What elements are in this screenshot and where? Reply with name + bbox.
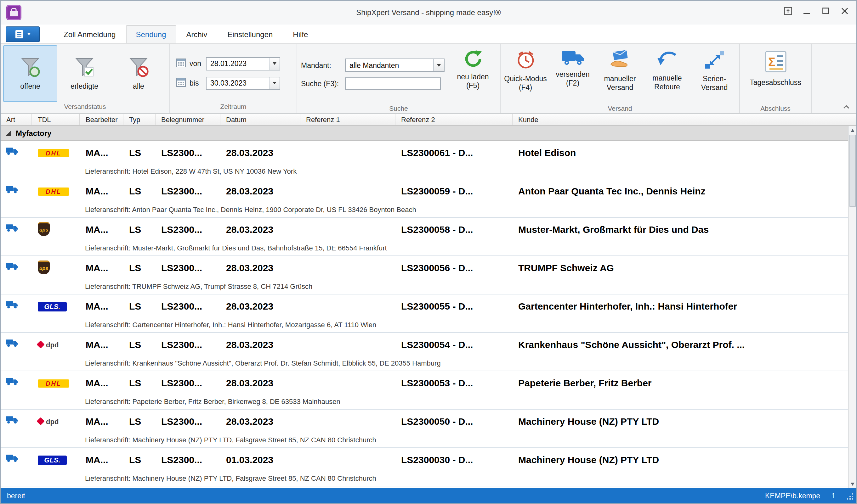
- bis-date-value: 30.03.2023: [210, 79, 247, 87]
- scroll-down-button[interactable]: [849, 480, 856, 488]
- shipment-truck-icon: [6, 146, 18, 155]
- belegnummer-cell: LS2300...: [155, 147, 220, 158]
- shipment-row[interactable]: dpd MA... LS LS2300... 28.03.2023 LS2300…: [1, 333, 848, 371]
- quick-modus-button[interactable]: Quick-Modus(F4): [502, 44, 549, 104]
- scrollbar-thumb[interactable]: [850, 135, 856, 207]
- shipment-row[interactable]: DHL MA... LS LS2300... 28.03.2023 LS2300…: [1, 141, 848, 179]
- shipment-row[interactable]: ups MA... LS LS2300... 28.03.2023 LS2300…: [1, 256, 848, 294]
- list-icon: [15, 29, 24, 39]
- datum-cell: 28.03.2023: [220, 377, 300, 388]
- shipment-row[interactable]: GLS. MA... LS LS2300... 28.03.2023 LS230…: [1, 294, 848, 333]
- datum-cell: 28.03.2023: [220, 300, 300, 311]
- kunde-cell: Machinery House (NZ) PTY LTD: [512, 454, 848, 465]
- calendar-icon: [176, 77, 186, 89]
- column-header-belegnummer[interactable]: Belegnummer: [155, 114, 220, 125]
- datum-cell: 28.03.2023: [220, 147, 300, 158]
- column-header-referenz1[interactable]: Referenz 1: [300, 114, 396, 125]
- bearbeiter-cell: MA...: [80, 147, 123, 158]
- filter-erledigte-button[interactable]: erledigte: [57, 45, 112, 102]
- suche-input[interactable]: [345, 77, 441, 90]
- von-date-dropdown-button[interactable]: [269, 57, 280, 70]
- bearbeiter-cell: MA...: [80, 377, 123, 388]
- app-logo-icon[interactable]: [6, 5, 21, 20]
- von-date-input[interactable]: 28.01.2023: [206, 57, 280, 70]
- shipment-row[interactable]: DHL MA... LS LS2300... 28.03.2023 LS2300…: [1, 371, 848, 410]
- kunde-cell: Anton Paar Quanta Tec Inc., Dennis Heinz: [512, 185, 848, 196]
- column-header-art[interactable]: Art: [1, 114, 32, 125]
- bis-date-dropdown-button[interactable]: [269, 77, 280, 89]
- kunde-cell: TRUMPF Schweiz AG: [512, 262, 848, 273]
- ribbon-pin-button[interactable]: [778, 2, 797, 19]
- ribbon-collapse-button[interactable]: [841, 103, 851, 111]
- tagesabschluss-button[interactable]: Σ Tagesabschluss: [743, 44, 808, 104]
- belegnummer-cell: LS2300...: [155, 416, 220, 426]
- column-header-kunde[interactable]: Kunde: [512, 114, 856, 125]
- dhl-logo: DHL: [38, 149, 69, 157]
- bis-date-input[interactable]: 30.03.2023: [206, 76, 280, 90]
- mandant-select[interactable]: alle Mandanten: [345, 58, 444, 72]
- mandant-label: Mandant:: [301, 62, 341, 69]
- referenz2-cell: LS2300053 - D...: [396, 377, 512, 388]
- bearbeiter-cell: MA...: [80, 224, 123, 234]
- tdl-cell: GLS.: [32, 300, 80, 311]
- filter-alle-button[interactable]: alle: [112, 45, 166, 102]
- belegnummer-cell: LS2300...: [155, 339, 220, 349]
- group-row-myfactory[interactable]: Myfactory: [1, 126, 848, 141]
- column-header-typ[interactable]: Typ: [123, 114, 155, 125]
- minimize-icon: [803, 7, 810, 14]
- versenden-button[interactable]: versenden(F2): [549, 44, 596, 104]
- group-label-suche: Suche: [297, 104, 500, 113]
- art-cell: [1, 454, 32, 465]
- typ-cell: LS: [123, 454, 155, 465]
- art-cell: [1, 185, 32, 196]
- filter-offene-button[interactable]: offene: [3, 45, 57, 102]
- svg-text:Σ: Σ: [768, 55, 775, 69]
- mandant-dropdown-button[interactable]: [433, 59, 444, 71]
- chevron-down-icon: [437, 64, 441, 66]
- shipment-truck-icon: [6, 300, 18, 309]
- tab-hilfe[interactable]: Hilfe: [283, 25, 318, 44]
- tab-zoll-anmeldung[interactable]: Zoll Anmeldung: [53, 25, 125, 44]
- referenz2-cell: LS2300058 - D...: [396, 224, 512, 234]
- column-header-referenz2[interactable]: Referenz 2: [396, 114, 512, 125]
- neu-laden-button[interactable]: neu laden (F5): [450, 44, 496, 104]
- scrollbar-track[interactable]: [849, 207, 856, 480]
- tab-archiv[interactable]: Archiv: [176, 25, 218, 44]
- column-header-datum[interactable]: Datum: [220, 114, 300, 125]
- tagesabschluss-label: Tagesabschluss: [750, 79, 801, 87]
- summary-list-icon: Σ: [763, 49, 788, 77]
- datum-cell: 28.03.2023: [220, 416, 300, 426]
- lieferanschrift: Lieferanschrift: Muster-Markt, Großmarkt…: [1, 240, 848, 256]
- gls-logo: GLS.: [38, 455, 67, 465]
- shipment-row[interactable]: GLS. MA... LS LS2300... 01.03.2023 LS230…: [1, 448, 848, 486]
- bearbeiter-cell: MA...: [80, 416, 123, 426]
- manuelle-retoure-button[interactable]: manuelleRetoure: [643, 44, 691, 104]
- scroll-up-button[interactable]: [849, 126, 856, 135]
- bearbeiter-cell: MA...: [80, 339, 123, 349]
- minimize-button[interactable]: [797, 2, 816, 19]
- column-header-bearbeiter[interactable]: Bearbeiter: [80, 114, 123, 125]
- group-versand: Quick-Modus(F4) versenden(F2) manuellerV…: [501, 44, 740, 113]
- mandant-value: alle Mandanten: [350, 62, 399, 69]
- datum-cell: 28.03.2023: [220, 339, 300, 349]
- tab-einstellungen[interactable]: Einstellungen: [217, 25, 283, 44]
- tdl-cell: GLS.: [32, 454, 80, 465]
- serien-versand-button[interactable]: Serien-Versand: [691, 44, 738, 104]
- neu-laden-label-1: neu laden: [457, 73, 489, 82]
- group-label-versandstatus: Versandstatus: [1, 103, 169, 113]
- vertical-scrollbar[interactable]: [848, 126, 856, 488]
- close-button[interactable]: [835, 2, 854, 19]
- maximize-button[interactable]: [816, 2, 835, 19]
- manuelle-retoure-label-2: Retoure: [652, 83, 682, 91]
- column-header-tdl[interactable]: TDL: [32, 114, 80, 125]
- manueller-versand-button[interactable]: manuellerVersand: [596, 44, 643, 104]
- app-menu-button[interactable]: [6, 26, 40, 42]
- resize-grip-icon[interactable]: [847, 492, 854, 499]
- gls-logo: GLS.: [38, 302, 67, 311]
- shipment-row[interactable]: ups MA... LS LS2300... 28.03.2023 LS2300…: [1, 218, 848, 256]
- referenz2-cell: LS2300054 - D...: [396, 339, 512, 349]
- shipment-row[interactable]: dpd MA... LS LS2300... 28.03.2023 LS2300…: [1, 410, 848, 448]
- tab-sendung[interactable]: Sendung: [125, 25, 176, 44]
- shipment-row[interactable]: DHL MA... LS LS2300... 28.03.2023 LS2300…: [1, 179, 848, 218]
- typ-cell: LS: [123, 262, 155, 273]
